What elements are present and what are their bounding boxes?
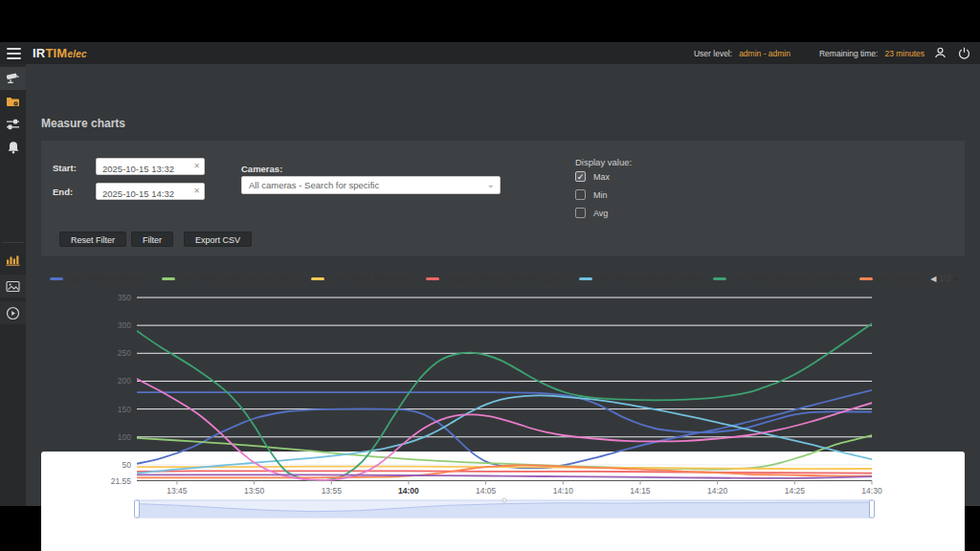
x-axis-label: 14:00 [398,486,419,496]
legend-prev-icon[interactable]: ◀ [930,275,936,283]
sliders-icon[interactable] [0,113,26,136]
measure-chart: 3503002502001501005021.5513:4513:5013:55… [41,268,965,522]
remaining-time-value: 23 minutes [884,49,924,58]
legend-item[interactable]: C88 - IRTIM_VIRTUAL-C-REFLEJO.Max [579,275,707,283]
filter-button[interactable]: Filter [131,231,173,247]
legend-item[interactable]: Campa 1 - IRTIM_VIRTUAL-C123-Camion.Max [426,275,571,283]
user-level-label: User level: [694,49,732,58]
y-axis-label: 200 [118,376,131,386]
cctv-camera-icon[interactable] [0,67,26,90]
user-level-value: admin - admin [739,49,791,58]
legend-label: C81 - IRTIM_VIRTUAL-C-IRTIMCam-34.Max [730,275,852,283]
y-axis-label: 50 [122,460,132,470]
logo-part-3: elec [67,49,86,59]
start-datetime-field[interactable]: ✕ [96,158,205,175]
clear-end-icon[interactable]: ✕ [193,187,200,195]
filter-panel: Start: ✕ End: ✕ Cameras: All cameras - S… [41,141,965,256]
legend-next-icon[interactable]: ▶ [954,275,960,283]
chart-legend: C38 - IRTIM_VIRTUAL-C98.MaxC39 - IRTIM_V… [50,274,960,283]
legend-marker [311,277,324,280]
x-axis-label: 14:30 [861,486,882,496]
screen: IRTIMelec User level: admin - admin Rema… [0,0,980,551]
user-icon[interactable] [931,45,948,62]
legend-label: C38 - IRTIM_VIRTUAL-C98.Max [67,275,155,283]
app-window: IRTIMelec User level: admin - admin Rema… [0,42,980,506]
x-axis-label: 13:50 [244,486,265,496]
end-label: End: [53,187,73,197]
play-icon[interactable] [0,301,26,324]
chart-card: C38 - IRTIM_VIRTUAL-C98.MaxC39 - IRTIM_V… [41,268,965,522]
bar-chart-icon[interactable] [0,248,26,271]
camera-select-value: All cameras - Search for specific [249,180,379,190]
sidebar-divider [2,242,24,243]
legend-marker [162,277,175,280]
datazoom-center-handle[interactable] [502,498,506,502]
checkbox-avg[interactable]: Avg [575,208,608,218]
x-axis-label: 13:55 [322,486,343,496]
hamburger-menu-icon[interactable] [7,48,21,59]
legend-label: C37 - IRTIM_VIRTUAL-C305.Max [328,275,419,283]
logo-part-1: IR [33,46,45,60]
sidebar [0,64,26,506]
datazoom-handle-left[interactable] [135,500,140,518]
remaining-time-label: Remaining time: [819,49,878,58]
x-axis-label: 14:20 [707,486,728,496]
x-axis-label: 14:25 [785,486,806,496]
checkbox-box-avg[interactable] [575,208,586,218]
legend-pager: ◀ 1/2 ▶ [930,274,960,283]
checkbox-box-min[interactable] [575,189,586,200]
series-line-5 [137,395,872,473]
x-axis-label: 13:45 [167,486,188,496]
legend-items: C38 - IRTIM_VIRTUAL-C98.MaxC39 - IRTIM_V… [50,275,924,283]
bell-icon[interactable] [0,136,26,159]
checkbox-min[interactable]: Min [575,189,608,200]
legend-label: C39 - IRTIM_VIRTUAL-C21_PRE_COND.Max [179,275,304,283]
checkbox-label: Min [593,190,608,200]
legend-page-indicator: 1/2 [939,274,951,283]
y-axis-label: 100 [118,432,131,442]
y-axis-label: 21.55 [111,476,132,486]
x-axis-label: 14:10 [553,486,574,496]
legend-label: Campa 1 - IRTIM_VIRTUAL-C123-Camion.Max [443,275,571,283]
y-axis-label: 150 [118,405,131,414]
image-icon[interactable] [0,275,26,298]
legend-marker [579,277,592,280]
series-line-4 [137,471,872,473]
cameras-label: Cameras: [241,164,282,174]
reset-filter-button[interactable]: Reset Filter [59,231,126,247]
checkbox-max[interactable]: ✓Max [575,171,610,182]
end-datetime-field[interactable]: ✕ [96,183,205,200]
legend-marker [50,277,63,280]
camera-select[interactable]: All cameras - Search for specific ⌄ [241,176,501,194]
page-title: Measure charts [41,117,125,130]
legend-item[interactable]: C37 - IRTIM_VIRTUAL-C305.Max [311,275,419,283]
legend-marker [713,277,726,280]
legend-marker [859,277,873,280]
y-axis-label: 300 [118,320,131,330]
end-datetime-input[interactable] [97,187,204,202]
start-label: Start: [53,163,77,173]
start-datetime-input[interactable] [97,162,204,177]
chevron-down-icon: ⌄ [487,179,495,189]
legend-item[interactable]: C81 - IRTIM_VIRTUAL-C-IRTIMCam-34.Max [713,275,852,283]
clear-start-icon[interactable]: ✕ [193,162,200,170]
app-logo: IRTIMelec [33,46,87,60]
x-axis-label: 14:15 [630,486,651,496]
legend-marker [426,277,439,280]
y-axis-label: 350 [118,293,131,302]
legend-label: C88 - IRTIM_VIRTUAL-C-REFLEJO.Max [596,275,707,283]
y-axis-label: 250 [118,348,131,358]
legend-label: C86 - IRTIM_VIRT [877,275,925,283]
x-axis-label: 14:05 [476,486,497,496]
legend-item[interactable]: C86 - IRTIM_VIRT [859,275,925,283]
folder-settings-icon[interactable] [0,90,26,113]
checkbox-label: Avg [593,209,608,218]
export-csv-button[interactable]: Export CSV [184,231,252,247]
logo-part-2: TIM [45,46,67,60]
checkbox-box-max[interactable]: ✓ [575,171,586,182]
datazoom-handle-right[interactable] [870,500,875,518]
power-icon[interactable] [955,45,972,62]
legend-item[interactable]: C39 - IRTIM_VIRTUAL-C21_PRE_COND.Max [162,275,304,283]
top-bar: IRTIMelec User level: admin - admin Rema… [0,42,980,64]
legend-item[interactable]: C38 - IRTIM_VIRTUAL-C98.Max [50,275,155,283]
